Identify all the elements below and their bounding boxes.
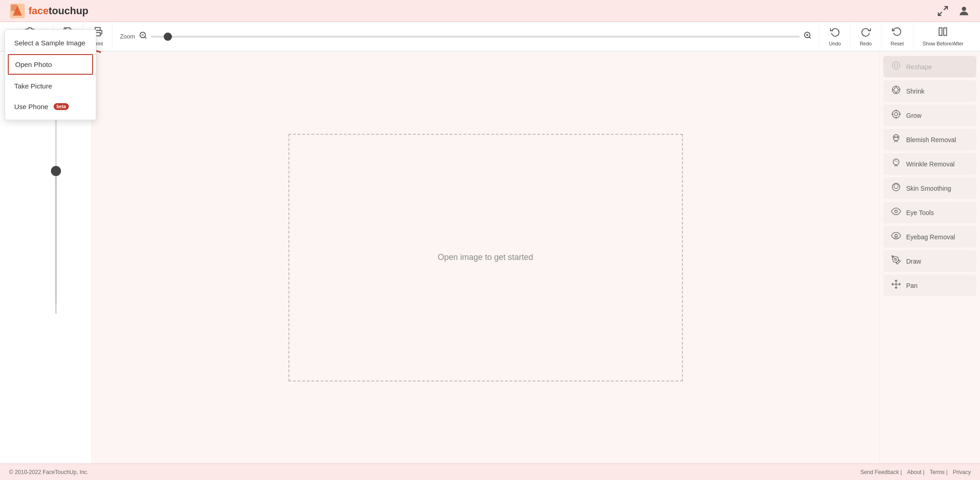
pan-label: Pan — [906, 282, 918, 289]
tool-blemish-removal[interactable]: Blemish Removal — [883, 129, 976, 150]
eye-tools-icon — [891, 206, 902, 219]
svg-point-27 — [894, 112, 897, 116]
blemish-removal-label: Blemish Removal — [906, 136, 956, 143]
logo-icon — [9, 3, 26, 19]
open-photo-dropdown: Select a Sample Image Open Photo Take Pi… — [5, 51, 96, 120]
zoom-slider[interactable] — [151, 36, 800, 38]
show-before-after-button[interactable]: Show Before/After — [914, 24, 973, 49]
zoom-out-button[interactable] — [139, 31, 147, 42]
svg-point-33 — [894, 137, 896, 138]
svg-line-14 — [809, 37, 811, 38]
tool-grow[interactable]: Grow — [883, 105, 976, 126]
wrinkle-removal-label: Wrinkle Removal — [906, 160, 955, 168]
tool-eye-tools[interactable]: Eye Tools — [883, 202, 976, 223]
reshape-icon — [891, 61, 902, 73]
tool-shrink[interactable]: Shrink — [883, 80, 976, 102]
skin-smoothing-label: Skin Smoothing — [906, 185, 951, 192]
zoom-control: Zoom — [112, 24, 819, 49]
footer-copyright: © 2010-2022 FaceTouchUp, Inc. — [9, 469, 89, 475]
svg-rect-16 — [944, 28, 947, 36]
header-right — [936, 4, 971, 18]
svg-point-38 — [895, 210, 897, 213]
svg-line-4 — [938, 12, 942, 16]
use-phone-item[interactable]: Use Phone beta — [5, 96, 96, 117]
svg-rect-15 — [939, 28, 942, 36]
top-header: facetouchup — [0, 0, 980, 22]
zoom-thumb[interactable] — [164, 33, 172, 41]
take-picture-label: Take Picture — [14, 82, 52, 90]
svg-point-37 — [894, 184, 898, 188]
tool-draw[interactable]: Draw — [883, 250, 976, 272]
svg-point-40 — [895, 259, 897, 260]
reset-label: Reset — [891, 41, 904, 46]
use-phone-label: Use Phone — [14, 103, 48, 110]
slider-track-lower — [55, 176, 56, 314]
tool-pan[interactable]: Pan — [883, 275, 976, 296]
grow-label: Grow — [906, 112, 921, 119]
svg-point-21 — [894, 88, 898, 92]
pan-icon — [891, 279, 902, 292]
logo: facetouchup — [9, 3, 89, 19]
grow-icon — [891, 109, 902, 121]
draw-label: Draw — [906, 258, 921, 265]
svg-line-3 — [944, 6, 947, 10]
fullscreen-icon[interactable] — [936, 4, 950, 18]
before-after-icon — [938, 27, 948, 39]
slider-thumb[interactable] — [51, 166, 61, 176]
redo-icon — [861, 27, 871, 39]
shrink-icon — [891, 85, 902, 97]
about-link[interactable]: About — [907, 469, 921, 475]
main-content: Select a Sample Image Open Photo Take Pi… — [0, 51, 980, 463]
logo-text: facetouchup — [28, 5, 89, 17]
canvas-placeholder: Open image to get started — [288, 134, 683, 381]
reset-button[interactable]: Reset — [881, 24, 914, 49]
take-picture-item[interactable]: Take Picture — [5, 76, 96, 96]
shrink-label: Shrink — [906, 88, 925, 95]
draw-icon — [891, 255, 902, 267]
eye-tools-label: Eye Tools — [906, 209, 934, 216]
svg-point-35 — [893, 159, 899, 165]
eyebag-removal-label: Eyebag Removal — [906, 233, 955, 241]
zoom-in-button[interactable] — [803, 31, 812, 42]
svg-point-39 — [895, 234, 897, 237]
footer-links: Send Feedback | About | Terms | Privacy — [857, 469, 971, 475]
user-account-icon[interactable] — [957, 4, 971, 18]
footer: © 2010-2022 FaceTouchUp, Inc. Send Feedb… — [0, 463, 980, 480]
open-photo-item[interactable]: Open Photo — [8, 54, 93, 75]
reset-icon — [892, 27, 902, 39]
canvas-placeholder-text: Open image to get started — [437, 253, 533, 262]
reshape-label: Reshape — [906, 63, 932, 71]
send-feedback-link[interactable]: Send Feedback — [860, 469, 899, 475]
svg-line-10 — [144, 37, 146, 38]
canvas-area: Open image to get started — [92, 51, 879, 463]
redo-label: Redo — [860, 41, 872, 46]
wrinkle-removal-icon — [891, 158, 902, 170]
beta-badge: beta — [54, 103, 69, 110]
tool-eyebag-removal[interactable]: Eyebag Removal — [883, 226, 976, 248]
tool-skin-smoothing[interactable]: Skin Smoothing — [883, 177, 976, 199]
select-sample-item[interactable]: Select a Sample Image — [5, 51, 96, 53]
blemish-removal-icon — [891, 133, 902, 146]
tool-wrinkle-removal[interactable]: Wrinkle Removal — [883, 153, 976, 175]
undo-button[interactable]: Undo — [819, 24, 850, 49]
undo-icon — [830, 27, 840, 39]
eyebag-removal-icon — [891, 231, 902, 243]
privacy-link[interactable]: Privacy — [953, 469, 971, 475]
svg-point-34 — [897, 137, 898, 138]
zoom-label: Zoom — [120, 33, 135, 40]
open-photo-label: Open Photo — [15, 61, 52, 68]
before-after-label: Show Before/After — [923, 41, 963, 46]
skin-smoothing-icon — [891, 182, 902, 194]
terms-link[interactable]: Terms — [930, 469, 945, 475]
undo-label: Undo — [829, 41, 841, 46]
svg-point-19 — [892, 62, 900, 70]
right-panel: Reshape Shrink — [879, 51, 980, 463]
toolbar: Open Photo Save Print Zoom — [0, 22, 980, 51]
svg-point-5 — [962, 6, 966, 11]
svg-rect-2 — [11, 5, 17, 11]
tool-reshape[interactable]: Reshape — [883, 56, 976, 77]
redo-button[interactable]: Redo — [851, 24, 881, 49]
